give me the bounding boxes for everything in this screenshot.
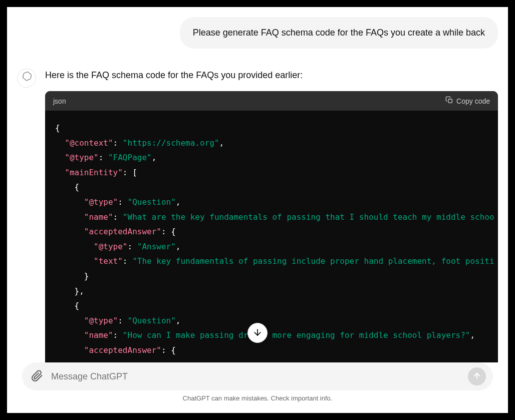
chatgpt-logo-icon (21, 72, 32, 85)
code-language-label: json (53, 97, 66, 105)
send-button[interactable] (468, 367, 486, 385)
message-input-container (22, 362, 493, 390)
user-message-row: Please generate FAQ schema code for the … (7, 17, 508, 69)
assistant-message-row: Here is the FAQ schema code for the FAQs… (7, 69, 508, 362)
user-message-text: Please generate FAQ schema code for the … (193, 28, 485, 38)
arrow-down-icon (252, 327, 263, 339)
copy-code-button[interactable]: Copy code (445, 96, 490, 106)
code-block-header: json Copy code (45, 91, 498, 111)
code-block: json Copy code { "@context": "https (45, 91, 498, 362)
paperclip-icon (31, 370, 43, 383)
copy-icon (445, 96, 453, 106)
footer-note: ChatGPT can make mistakes. Check importa… (22, 390, 493, 408)
svg-rect-0 (448, 99, 452, 103)
arrow-up-icon (472, 371, 481, 382)
scroll-to-bottom-button[interactable] (247, 323, 268, 343)
user-message-bubble: Please generate FAQ schema code for the … (180, 17, 498, 49)
copy-code-label: Copy code (456, 97, 490, 105)
code-block-content[interactable]: { "@context": "https://schema.org", "@ty… (45, 111, 498, 362)
chat-area: Please generate FAQ schema code for the … (7, 7, 508, 362)
assistant-intro-text: Here is the FAQ schema code for the FAQs… (45, 69, 498, 82)
assistant-content: Here is the FAQ schema code for the FAQs… (45, 69, 498, 362)
assistant-avatar (17, 69, 36, 88)
message-input[interactable] (51, 371, 462, 382)
attach-file-button[interactable] (29, 368, 45, 384)
input-area: ChatGPT can make mistakes. Check importa… (7, 362, 508, 413)
